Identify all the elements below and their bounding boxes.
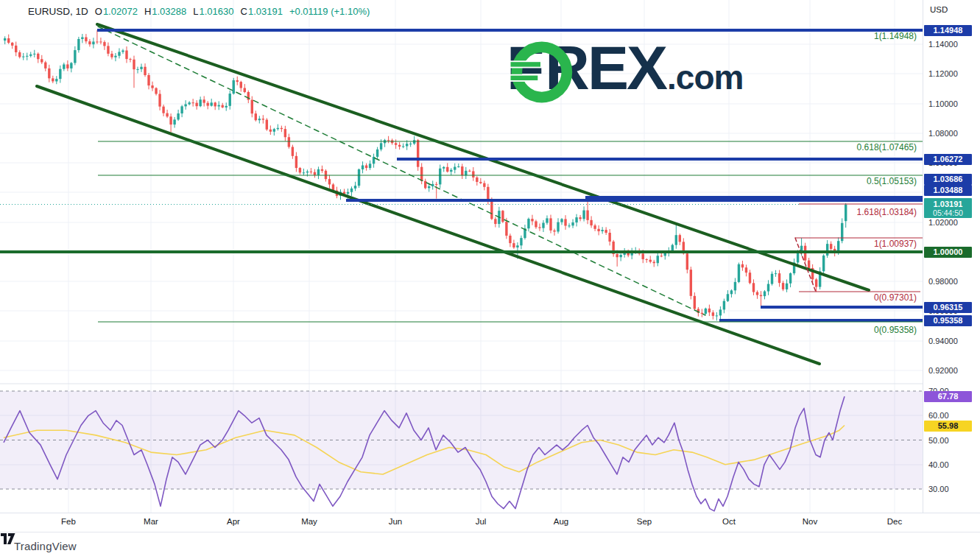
candle-body (118, 52, 120, 55)
candle-body (653, 261, 655, 263)
candle-body (107, 46, 109, 53)
candle-body (55, 79, 57, 81)
candle-body (406, 144, 408, 146)
price-badge-0.96315: 0.96315 (924, 302, 972, 313)
tradingview-logo-text[interactable]: TradingView (14, 540, 77, 552)
fib-label: 1(1.00937) (792, 239, 917, 249)
candle-body (387, 140, 389, 141)
candle-body (808, 261, 810, 268)
time-axis-tick-Jun: Jun (381, 517, 410, 526)
fib-label: 1(1.14948) (792, 31, 917, 41)
candle-body (188, 102, 190, 104)
candle-body (546, 218, 548, 222)
candle-body (778, 273, 780, 283)
candle-body (11, 43, 13, 46)
candle-body (225, 106, 228, 108)
candle-body (63, 64, 65, 68)
candle-body (155, 88, 157, 94)
price-axis-tick: 0.92000 (928, 366, 976, 375)
candle-body (321, 169, 323, 171)
time-axis-tick-Aug: Aug (546, 517, 576, 526)
price-badge-1.06272: 1.06272 (924, 154, 972, 165)
price-badge-67.78: 67.78 (924, 391, 972, 402)
candle-body (136, 69, 138, 70)
candle-body (797, 252, 799, 262)
candle-body (409, 144, 412, 144)
price-badge-1.00000: 1.00000 (924, 247, 972, 258)
candle-body (435, 184, 437, 185)
candle-body (723, 301, 725, 310)
candle-body (454, 167, 456, 170)
candle-body (317, 169, 320, 175)
candle-body (657, 256, 659, 263)
candle-body (173, 119, 175, 124)
candle-body (716, 315, 718, 316)
candle-body (756, 292, 758, 295)
candle-body (18, 52, 21, 57)
candle-body (4, 38, 6, 41)
price-axis-tick: 1.14000 (928, 40, 976, 49)
candle-body (195, 103, 197, 107)
candle-body (70, 63, 72, 68)
time-axis-tick-Jul: Jul (466, 517, 496, 526)
time-axis[interactable]: FebMarAprMayJunJulAugSepOctNovDec (0, 513, 980, 532)
candle-body (487, 187, 489, 201)
price-axis[interactable]: USD 1.140001.120001.100001.080001.060001… (923, 0, 980, 532)
candle-body (33, 54, 35, 55)
ohlc-close: C 1.03191 (241, 6, 283, 17)
candle-body (575, 217, 577, 222)
candle-body (166, 113, 168, 117)
candle-body (240, 82, 242, 88)
candle-body (191, 102, 194, 103)
price-axis-tick: 0.94000 (928, 337, 976, 345)
fib-label: 0.618(1.07465) (792, 142, 917, 152)
candle-body (712, 312, 714, 316)
fib-label: 0(0.95358) (792, 325, 917, 335)
candle-body (206, 103, 208, 106)
time-axis-tick-Mar: Mar (136, 517, 166, 526)
candle-body (358, 169, 360, 186)
candle-body (288, 137, 290, 147)
candle-body (483, 183, 485, 187)
candle-body (571, 222, 574, 225)
candle-body (649, 260, 652, 262)
candle-body (749, 273, 751, 283)
candle-body (760, 295, 762, 297)
candle-body (74, 50, 76, 63)
candle-body (608, 233, 610, 242)
time-axis-tick-May: May (295, 517, 324, 526)
candle-body (277, 128, 279, 129)
candle-body (479, 182, 482, 183)
time-axis-tick-Oct: Oct (714, 517, 744, 526)
candle-body (531, 219, 533, 221)
candle-body (501, 211, 504, 222)
footer-bar: TradingView (0, 532, 980, 559)
price-axis-tick: 1.10000 (928, 99, 976, 108)
time-axis-tick-Dec: Dec (880, 517, 909, 526)
candle-body (446, 167, 448, 172)
candle-body (439, 169, 441, 185)
candle-body (509, 236, 511, 243)
candle-body (15, 46, 17, 52)
candle-body (395, 143, 397, 145)
candle-body (37, 54, 39, 59)
candle-body (376, 150, 378, 157)
ohlc-high: H 1.03288 (144, 6, 186, 17)
candle-body (244, 88, 246, 91)
candle-body (40, 59, 43, 62)
symbol-title[interactable]: EURUSD, 1D (28, 6, 88, 17)
candle-body (771, 274, 773, 284)
candle-body (417, 140, 419, 166)
candle-body (542, 223, 544, 228)
candle-body (642, 253, 644, 259)
chart-canvas[interactable] (0, 0, 980, 559)
candle-body (295, 156, 297, 168)
candle-body (767, 284, 769, 292)
candle-body (590, 220, 592, 225)
candle-body (420, 167, 423, 181)
candle-body (202, 99, 205, 102)
channel-upper[interactable] (97, 24, 869, 290)
candle-body (92, 41, 94, 44)
candle-body (815, 279, 817, 286)
fib1-connector[interactable] (98, 27, 705, 315)
